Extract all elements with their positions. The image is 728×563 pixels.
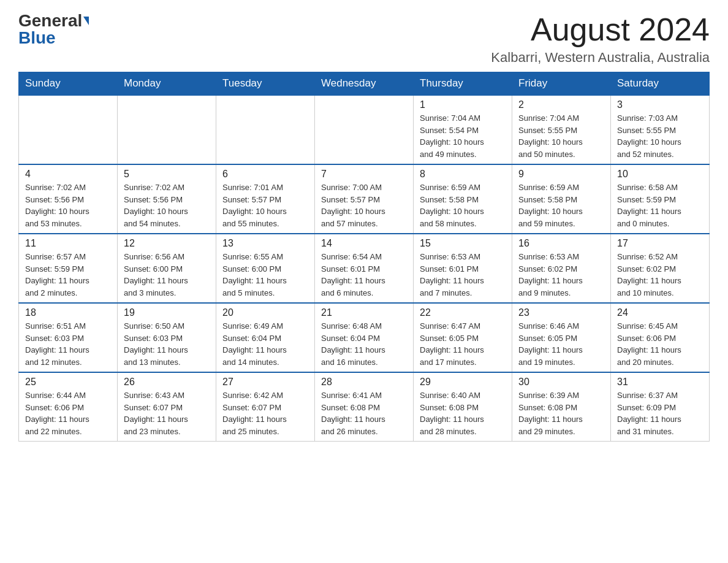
- day-number: 22: [420, 307, 506, 318]
- day-info: Sunrise: 7:03 AMSunset: 5:55 PMDaylight:…: [617, 112, 703, 160]
- calendar-cell: [19, 95, 118, 164]
- day-number: 23: [518, 307, 604, 318]
- calendar-cell: [118, 95, 216, 164]
- calendar-cell: 13Sunrise: 6:55 AMSunset: 6:00 PMDayligh…: [216, 234, 315, 303]
- logo-blue-text: Blue: [18, 29, 56, 47]
- calendar-cell: 26Sunrise: 6:43 AMSunset: 6:07 PMDayligh…: [118, 372, 216, 442]
- day-number: 9: [518, 169, 604, 180]
- day-number: 1: [420, 99, 506, 110]
- day-number: 8: [420, 169, 506, 180]
- day-info: Sunrise: 6:45 AMSunset: 6:06 PMDaylight:…: [617, 320, 703, 368]
- day-number: 18: [25, 307, 111, 318]
- calendar-table: SundayMondayTuesdayWednesdayThursdayFrid…: [18, 72, 710, 442]
- calendar-week-row: 25Sunrise: 6:44 AMSunset: 6:06 PMDayligh…: [19, 372, 710, 442]
- day-number: 17: [617, 238, 703, 249]
- calendar-cell: 2Sunrise: 7:04 AMSunset: 5:55 PMDaylight…: [512, 95, 611, 164]
- calendar-cell: 11Sunrise: 6:57 AMSunset: 5:59 PMDayligh…: [19, 234, 118, 303]
- day-number: 24: [617, 307, 703, 318]
- day-number: 2: [518, 99, 604, 110]
- calendar-cell: 7Sunrise: 7:00 AMSunset: 5:57 PMDaylight…: [315, 164, 414, 234]
- calendar-cell: 19Sunrise: 6:50 AMSunset: 6:03 PMDayligh…: [118, 303, 216, 372]
- calendar-cell: 10Sunrise: 6:58 AMSunset: 5:59 PMDayligh…: [611, 164, 710, 234]
- weekday-header-thursday: Thursday: [414, 72, 512, 96]
- day-info: Sunrise: 6:43 AMSunset: 6:07 PMDaylight:…: [124, 389, 210, 437]
- day-number: 28: [321, 377, 407, 388]
- day-number: 4: [25, 169, 111, 180]
- day-info: Sunrise: 6:39 AMSunset: 6:08 PMDaylight:…: [518, 389, 604, 437]
- location-text: Kalbarri, Western Australia, Australia: [491, 50, 710, 66]
- logo: General Blue: [18, 12, 89, 47]
- calendar-cell: 18Sunrise: 6:51 AMSunset: 6:03 PMDayligh…: [19, 303, 118, 372]
- day-info: Sunrise: 6:58 AMSunset: 5:59 PMDaylight:…: [617, 182, 703, 229]
- calendar-cell: 5Sunrise: 7:02 AMSunset: 5:56 PMDaylight…: [118, 164, 216, 234]
- calendar-cell: 9Sunrise: 6:59 AMSunset: 5:58 PMDaylight…: [512, 164, 611, 234]
- day-number: 30: [518, 377, 604, 388]
- day-info: Sunrise: 6:54 AMSunset: 6:01 PMDaylight:…: [321, 251, 407, 299]
- weekday-header-monday: Monday: [118, 72, 216, 96]
- calendar-cell: 12Sunrise: 6:56 AMSunset: 6:00 PMDayligh…: [118, 234, 216, 303]
- day-number: 15: [420, 238, 506, 249]
- day-info: Sunrise: 6:55 AMSunset: 6:00 PMDaylight:…: [222, 251, 308, 299]
- day-number: 31: [617, 377, 703, 388]
- weekday-header-tuesday: Tuesday: [216, 72, 315, 96]
- calendar-cell: 21Sunrise: 6:48 AMSunset: 6:04 PMDayligh…: [315, 303, 414, 372]
- calendar-cell: 27Sunrise: 6:42 AMSunset: 6:07 PMDayligh…: [216, 372, 315, 442]
- day-info: Sunrise: 7:00 AMSunset: 5:57 PMDaylight:…: [321, 182, 407, 229]
- weekday-header-friday: Friday: [512, 72, 611, 96]
- calendar-week-row: 11Sunrise: 6:57 AMSunset: 5:59 PMDayligh…: [19, 234, 710, 303]
- calendar-cell: 6Sunrise: 7:01 AMSunset: 5:57 PMDaylight…: [216, 164, 315, 234]
- day-number: 11: [25, 238, 111, 249]
- calendar-cell: [216, 95, 315, 164]
- calendar-cell: 17Sunrise: 6:52 AMSunset: 6:02 PMDayligh…: [611, 234, 710, 303]
- day-info: Sunrise: 6:53 AMSunset: 6:01 PMDaylight:…: [420, 251, 506, 299]
- day-number: 20: [222, 307, 308, 318]
- calendar-week-row: 1Sunrise: 7:04 AMSunset: 5:54 PMDaylight…: [19, 95, 710, 164]
- day-info: Sunrise: 6:41 AMSunset: 6:08 PMDaylight:…: [321, 389, 407, 437]
- day-info: Sunrise: 6:49 AMSunset: 6:04 PMDaylight:…: [222, 320, 308, 368]
- calendar-cell: 14Sunrise: 6:54 AMSunset: 6:01 PMDayligh…: [315, 234, 414, 303]
- calendar-cell: 22Sunrise: 6:47 AMSunset: 6:05 PMDayligh…: [414, 303, 512, 372]
- weekday-header-saturday: Saturday: [611, 72, 710, 96]
- day-number: 26: [124, 377, 210, 388]
- day-info: Sunrise: 6:56 AMSunset: 6:00 PMDaylight:…: [124, 251, 210, 299]
- calendar-cell: 24Sunrise: 6:45 AMSunset: 6:06 PMDayligh…: [611, 303, 710, 372]
- calendar-cell: 23Sunrise: 6:46 AMSunset: 6:05 PMDayligh…: [512, 303, 611, 372]
- day-info: Sunrise: 7:04 AMSunset: 5:55 PMDaylight:…: [518, 112, 604, 160]
- day-info: Sunrise: 6:46 AMSunset: 6:05 PMDaylight:…: [518, 320, 604, 368]
- day-number: 7: [321, 169, 407, 180]
- day-number: 3: [617, 99, 703, 110]
- day-number: 25: [25, 377, 111, 388]
- calendar-cell: 1Sunrise: 7:04 AMSunset: 5:54 PMDaylight…: [414, 95, 512, 164]
- day-info: Sunrise: 7:01 AMSunset: 5:57 PMDaylight:…: [222, 182, 308, 229]
- day-info: Sunrise: 6:37 AMSunset: 6:09 PMDaylight:…: [617, 389, 703, 437]
- day-number: 16: [518, 238, 604, 249]
- day-info: Sunrise: 6:51 AMSunset: 6:03 PMDaylight:…: [25, 320, 111, 368]
- calendar-cell: 29Sunrise: 6:40 AMSunset: 6:08 PMDayligh…: [414, 372, 512, 442]
- calendar-cell: 28Sunrise: 6:41 AMSunset: 6:08 PMDayligh…: [315, 372, 414, 442]
- day-number: 14: [321, 238, 407, 249]
- day-info: Sunrise: 6:50 AMSunset: 6:03 PMDaylight:…: [124, 320, 210, 368]
- title-section: August 2024 Kalbarri, Western Australia,…: [491, 12, 710, 66]
- day-number: 13: [222, 238, 308, 249]
- calendar-cell: 3Sunrise: 7:03 AMSunset: 5:55 PMDaylight…: [611, 95, 710, 164]
- calendar-cell: 25Sunrise: 6:44 AMSunset: 6:06 PMDayligh…: [19, 372, 118, 442]
- calendar-cell: [315, 95, 414, 164]
- day-info: Sunrise: 6:57 AMSunset: 5:59 PMDaylight:…: [25, 251, 111, 299]
- calendar-cell: 16Sunrise: 6:53 AMSunset: 6:02 PMDayligh…: [512, 234, 611, 303]
- day-info: Sunrise: 6:44 AMSunset: 6:06 PMDaylight:…: [25, 389, 111, 437]
- day-number: 19: [124, 307, 210, 318]
- day-info: Sunrise: 6:40 AMSunset: 6:08 PMDaylight:…: [420, 389, 506, 437]
- day-info: Sunrise: 6:59 AMSunset: 5:58 PMDaylight:…: [420, 182, 506, 229]
- calendar-cell: 31Sunrise: 6:37 AMSunset: 6:09 PMDayligh…: [611, 372, 710, 442]
- day-number: 6: [222, 169, 308, 180]
- day-info: Sunrise: 7:04 AMSunset: 5:54 PMDaylight:…: [420, 112, 506, 160]
- calendar-week-row: 4Sunrise: 7:02 AMSunset: 5:56 PMDaylight…: [19, 164, 710, 234]
- day-info: Sunrise: 6:59 AMSunset: 5:58 PMDaylight:…: [518, 182, 604, 229]
- calendar-cell: 30Sunrise: 6:39 AMSunset: 6:08 PMDayligh…: [512, 372, 611, 442]
- day-number: 5: [124, 169, 210, 180]
- page-header: General Blue August 2024 Kalbarri, Weste…: [18, 12, 710, 66]
- weekday-header-row: SundayMondayTuesdayWednesdayThursdayFrid…: [19, 72, 710, 96]
- day-info: Sunrise: 7:02 AMSunset: 5:56 PMDaylight:…: [25, 182, 111, 229]
- day-info: Sunrise: 6:48 AMSunset: 6:04 PMDaylight:…: [321, 320, 407, 368]
- day-info: Sunrise: 6:53 AMSunset: 6:02 PMDaylight:…: [518, 251, 604, 299]
